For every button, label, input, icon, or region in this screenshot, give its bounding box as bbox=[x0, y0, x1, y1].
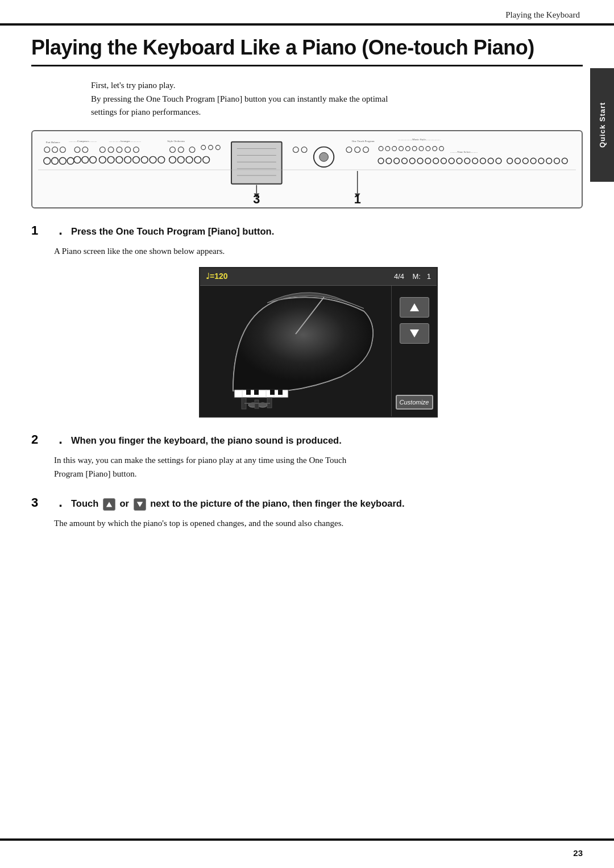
piano-screen-display: ♩=120 4/4 M: 1 bbox=[199, 267, 438, 418]
svg-point-29 bbox=[170, 147, 176, 153]
svg-point-34 bbox=[215, 145, 220, 150]
svg-point-62 bbox=[426, 147, 430, 151]
piano-up-button[interactable] bbox=[400, 297, 429, 318]
svg-point-6 bbox=[59, 157, 66, 164]
svg-point-21 bbox=[107, 157, 114, 164]
svg-point-19 bbox=[134, 147, 139, 153]
steps-section: 1 ． Press the One Touch Program [Piano] … bbox=[0, 222, 614, 530]
svg-point-89 bbox=[562, 158, 567, 164]
svg-point-39 bbox=[203, 157, 210, 164]
svg-point-33 bbox=[209, 145, 213, 150]
svg-point-80 bbox=[488, 158, 493, 164]
svg-point-69 bbox=[402, 158, 408, 164]
svg-point-1 bbox=[44, 147, 50, 153]
svg-point-86 bbox=[538, 158, 544, 164]
svg-point-60 bbox=[412, 147, 417, 151]
piano-time-sig: 4/4 M: 1 bbox=[394, 271, 431, 282]
svg-point-31 bbox=[189, 147, 195, 153]
svg-point-75 bbox=[449, 158, 454, 164]
grand-piano-icon bbox=[210, 289, 381, 414]
piano-down-button[interactable] bbox=[400, 323, 429, 344]
svg-point-63 bbox=[433, 147, 437, 151]
svg-text:Part Balance: Part Balance bbox=[46, 141, 60, 144]
svg-point-58 bbox=[399, 147, 404, 151]
step-3-body: The amount by which the piano's top is o… bbox=[31, 517, 583, 530]
step-1: 1 ． Press the One Touch Program [Piano] … bbox=[31, 222, 583, 418]
down-icon-small bbox=[136, 501, 143, 508]
svg-point-76 bbox=[457, 158, 462, 164]
customize-button[interactable]: Customize bbox=[396, 395, 433, 410]
step-2-title: When you finger the keyboard, the piano … bbox=[71, 435, 342, 446]
svg-point-38 bbox=[194, 157, 201, 164]
svg-rect-105 bbox=[246, 390, 251, 395]
up-icon-small bbox=[106, 501, 113, 508]
svg-point-71 bbox=[417, 158, 423, 164]
svg-rect-108 bbox=[278, 390, 283, 395]
svg-marker-116 bbox=[410, 329, 419, 337]
section-title-text: Playing the Keyboard bbox=[505, 10, 580, 20]
svg-point-17 bbox=[117, 147, 122, 153]
svg-point-27 bbox=[158, 157, 165, 164]
svg-rect-40 bbox=[231, 142, 282, 184]
svg-point-72 bbox=[425, 158, 431, 164]
page-title: Playing the Keyboard Like a Piano (One-t… bbox=[31, 36, 583, 66]
intro-line1: First, let's try piano play. bbox=[91, 79, 583, 92]
svg-point-49 bbox=[320, 153, 329, 162]
svg-point-5 bbox=[52, 157, 59, 164]
svg-point-24 bbox=[133, 157, 140, 164]
svg-point-9 bbox=[74, 147, 80, 153]
keyboard-diagram-svg: Part Balance ............Composer.......… bbox=[38, 137, 576, 205]
up-arrow-icon bbox=[409, 302, 420, 313]
step-1-body: A Piano screen like the one shown below … bbox=[31, 245, 583, 418]
svg-point-77 bbox=[464, 158, 470, 164]
svg-text:............Composer..........: ............Composer............ bbox=[69, 140, 97, 143]
svg-rect-106 bbox=[254, 390, 259, 395]
svg-point-32 bbox=[201, 145, 206, 150]
step-3-up-icon bbox=[103, 498, 115, 511]
step-3-title: Touch or next to the picture of the pian… bbox=[71, 498, 405, 511]
svg-point-78 bbox=[472, 158, 478, 164]
svg-text:1: 1 bbox=[354, 192, 361, 205]
svg-text:.....................Music Sty: .....................Music Style........… bbox=[398, 138, 441, 141]
step-3: 3 ． Touch or next to the picture of the … bbox=[31, 494, 583, 530]
svg-text:One Touch Program: One Touch Program bbox=[352, 140, 375, 143]
step-2-number: 2 bbox=[31, 432, 49, 447]
sidebar-label: Quick Start bbox=[598, 102, 607, 148]
svg-point-47 bbox=[301, 147, 307, 153]
svg-text:................Arranger......: ................Arranger................ bbox=[109, 140, 141, 143]
svg-point-18 bbox=[125, 147, 131, 153]
svg-point-46 bbox=[293, 147, 298, 153]
svg-point-88 bbox=[554, 158, 560, 164]
svg-point-4 bbox=[44, 157, 51, 164]
svg-point-35 bbox=[169, 157, 176, 164]
svg-point-51 bbox=[346, 147, 352, 153]
svg-point-3 bbox=[60, 147, 65, 153]
section-header: Playing the Keyboard bbox=[0, 0, 614, 20]
svg-point-85 bbox=[530, 158, 536, 164]
svg-marker-117 bbox=[106, 502, 113, 507]
svg-point-37 bbox=[186, 157, 193, 164]
svg-marker-118 bbox=[136, 502, 143, 507]
svg-rect-113 bbox=[255, 400, 259, 408]
svg-point-12 bbox=[82, 157, 89, 164]
page-number: 23 bbox=[573, 848, 583, 858]
customize-label: Customize bbox=[400, 398, 429, 407]
down-arrow-icon bbox=[409, 328, 420, 339]
svg-point-36 bbox=[177, 157, 184, 164]
svg-point-55 bbox=[379, 147, 383, 151]
svg-point-83 bbox=[515, 158, 521, 164]
step-1-title: Press the One Touch Program [Piano] butt… bbox=[71, 226, 274, 237]
step-1-number: 1 bbox=[31, 223, 49, 238]
svg-point-67 bbox=[386, 158, 392, 164]
svg-point-59 bbox=[405, 147, 410, 151]
svg-point-84 bbox=[522, 158, 528, 164]
svg-point-79 bbox=[480, 158, 486, 164]
svg-point-57 bbox=[392, 147, 397, 151]
step-3-down-icon bbox=[134, 498, 146, 511]
bottom-rule bbox=[0, 838, 614, 841]
svg-point-30 bbox=[178, 147, 184, 153]
svg-point-68 bbox=[394, 158, 400, 164]
svg-text:..........Time Select.........: ..........Time Select.......... bbox=[450, 151, 478, 154]
svg-point-16 bbox=[108, 147, 114, 153]
intro-line2: By pressing the One Touch Program [Piano… bbox=[91, 93, 583, 119]
